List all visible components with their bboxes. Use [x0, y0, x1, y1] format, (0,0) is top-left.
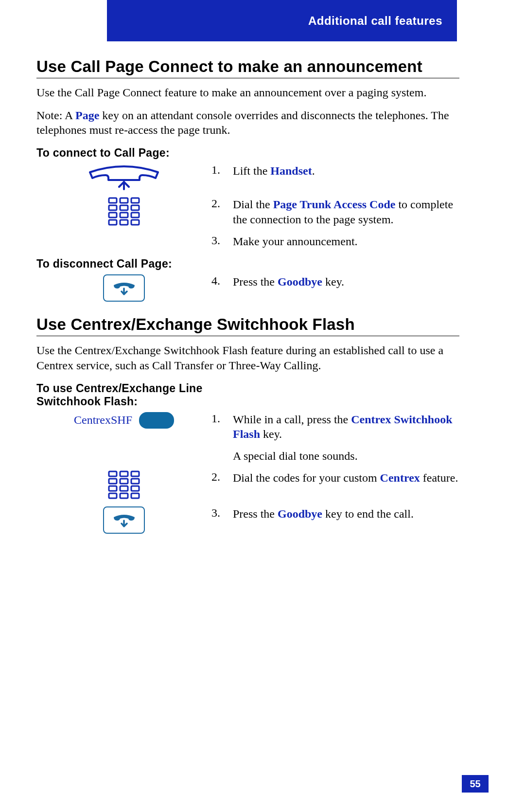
step-number: 2. [211, 470, 233, 484]
svg-rect-17 [109, 479, 117, 484]
keypad-icon [36, 197, 211, 226]
t-bold: Page Trunk Access Code [273, 198, 396, 211]
t2: key to end the call. [322, 507, 414, 520]
note-prefix: Note: A [36, 109, 75, 122]
step-row-1: 1. Lift the Handset. [36, 163, 459, 190]
svg-rect-15 [120, 471, 128, 476]
s2-step-row-1: CentrexSHF 1. While in a call, press the… [36, 412, 459, 464]
step-text: While in a call, press the Centrex Switc… [233, 412, 459, 464]
softkey-pill-icon [139, 412, 174, 429]
t-bold: Goodbye [278, 275, 322, 288]
svg-rect-21 [120, 486, 128, 491]
goodbye-icon [36, 506, 211, 534]
section2-intro: Use the Centrex/Exchange Switchhook Flas… [36, 343, 459, 373]
note-term: Page [75, 109, 99, 122]
svg-rect-4 [109, 205, 117, 210]
section2-rule [36, 336, 459, 336]
svg-rect-6 [131, 205, 139, 210]
svg-rect-22 [131, 486, 139, 491]
t2: feature. [420, 471, 458, 484]
section1-sub1: To connect to Call Page: [36, 146, 459, 160]
svg-rect-12 [131, 220, 139, 225]
svg-rect-11 [120, 220, 128, 225]
step-number: 1. [211, 163, 233, 177]
step-text: Lift the Handset. [233, 163, 459, 179]
page-number-badge: 55 [462, 775, 489, 793]
step-number: 1. [211, 412, 233, 425]
section2-sub: To use Centrex/Exchange Line Switchhook … [36, 382, 211, 408]
svg-rect-14 [109, 471, 117, 476]
t: Press the [233, 275, 278, 288]
t-bold: Goodbye [278, 507, 322, 520]
t: Press the [233, 507, 278, 520]
s2-step-row-2: 2. Dial the codes for your custom Centre… [36, 470, 459, 500]
section1-rule [36, 78, 459, 78]
svg-rect-1 [109, 198, 117, 203]
step-text: Make your announcement. [233, 234, 459, 249]
svg-rect-9 [131, 213, 139, 217]
section1-intro: Use the Call Page Connect feature to mak… [36, 85, 459, 100]
step-text: Dial the Page Trunk Access Code to compl… [233, 197, 459, 227]
svg-rect-10 [109, 220, 117, 225]
svg-rect-18 [120, 479, 128, 484]
goodbye-icon [36, 274, 211, 302]
svg-rect-7 [109, 213, 117, 217]
svg-rect-3 [131, 198, 139, 203]
t2: key. [322, 275, 344, 288]
svg-rect-2 [120, 198, 128, 203]
svg-rect-19 [131, 479, 139, 484]
svg-rect-24 [120, 493, 128, 498]
step-row-4: 4. Press the Goodbye key. [36, 274, 459, 302]
svg-rect-23 [109, 493, 117, 498]
step-row-3: 3. Make your announcement. [36, 234, 459, 249]
keypad-icon [36, 470, 211, 500]
s2-step-row-3: 3. Press the Goodbye key to end the call… [36, 506, 459, 534]
page-header: Additional call features [107, 0, 457, 41]
svg-rect-8 [120, 213, 128, 217]
step-number: 3. [211, 234, 233, 247]
step-extra: A special dial tone sounds. [233, 449, 459, 464]
handset-icon [36, 163, 211, 190]
t2: key. [260, 428, 282, 440]
t-bold: Centrex [380, 471, 420, 484]
t: Dial the codes for your custom [233, 471, 380, 484]
centrex-key-icon: CentrexSHF [36, 412, 211, 429]
step-number: 4. [211, 274, 233, 288]
svg-rect-16 [131, 471, 139, 476]
centrex-key-label: CentrexSHF [74, 414, 132, 427]
step-text: Dial the codes for your custom Centrex f… [233, 470, 459, 486]
t-bold: Handset [270, 164, 312, 177]
svg-rect-5 [120, 205, 128, 210]
page-content: Use Call Page Connect to make an announc… [36, 49, 459, 541]
header-title: Additional call features [308, 14, 442, 28]
svg-rect-25 [131, 493, 139, 498]
section1-note: Note: A Page key on an attendant console… [36, 108, 459, 138]
t: Dial the [233, 198, 273, 211]
t: Lift the [233, 164, 270, 177]
step-row-2: 2. Dial the Page Trunk Access Code to co… [36, 197, 459, 227]
step-text: Press the Goodbye key. [233, 274, 459, 289]
t: While in a call, press the [233, 413, 351, 426]
section1-title: Use Call Page Connect to make an announc… [36, 57, 459, 76]
step-number: 2. [211, 197, 233, 210]
section2-title: Use Centrex/Exchange Switchhook Flash [36, 315, 459, 334]
step-text: Press the Goodbye key to end the call. [233, 506, 459, 522]
svg-rect-20 [109, 486, 117, 491]
t2: . [312, 164, 315, 177]
section1-sub2: To disconnect Call Page: [36, 257, 459, 271]
step-number: 3. [211, 506, 233, 520]
